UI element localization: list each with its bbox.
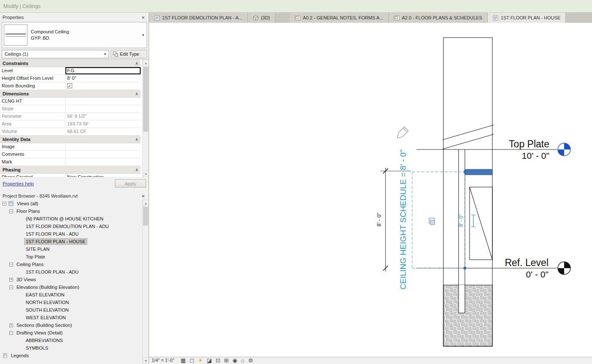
mark-field[interactable] (65, 158, 141, 166)
detail-level-icon[interactable]: ▦ (181, 358, 186, 364)
wall-section[interactable] (443, 38, 494, 346)
tree-item-elevations[interactable]: −Elevations (Building Elevation) (0, 283, 141, 291)
scroll-down-icon[interactable]: ▼ (143, 357, 149, 364)
ceiling-element[interactable] (465, 169, 492, 175)
collapse-box-icon[interactable]: − (9, 209, 13, 213)
reveal-hidden-icon[interactable]: ⌂ (241, 358, 244, 364)
temporary-hide-icon[interactable]: ◉ (233, 358, 237, 364)
tree-item-view[interactable]: 1ST FLOOR PLAN - ADU (0, 268, 141, 276)
show-crop-region-icon[interactable]: ⊞ (224, 358, 229, 364)
room-bounding-checkbox[interactable]: ✓ (67, 83, 72, 88)
witness-line-grip[interactable] (471, 215, 475, 227)
properties-scrollbar[interactable]: ▲ ▼ (142, 60, 149, 177)
floor-plan-icon (154, 15, 160, 21)
close-icon[interactable]: × (140, 14, 146, 21)
group-identity-data[interactable]: Identity Data∧ (0, 136, 141, 143)
tree-item-view[interactable]: SYMBOLS (0, 344, 141, 352)
group-phasing[interactable]: Phasing∧ (0, 166, 141, 174)
scroll-up-icon[interactable]: ▲ (143, 60, 149, 66)
image-field[interactable] (65, 143, 141, 150)
view-tab-active[interactable]: 1ST FLOOR PLAN - HOUSE (488, 13, 566, 23)
chevron-down-icon[interactable]: ▼ (141, 33, 145, 37)
element-filter-dropdown[interactable]: Ceilings (1) ▼ (2, 50, 109, 58)
tree-item-3d-views[interactable]: +3D Views (0, 276, 141, 283)
expand-box-icon[interactable]: + (9, 323, 13, 327)
view-tab[interactable]: A0.2 - GENERAL NOTES, FORMS A... (290, 13, 388, 23)
property-row: Perimeter56' 9 1/2" (0, 113, 141, 120)
tree-item-legends[interactable]: Legends (0, 352, 141, 359)
scroll-thumb[interactable] (143, 207, 148, 225)
tree-item-view[interactable]: SITE PLAN (0, 245, 141, 253)
sun-path-icon[interactable]: ☀ (198, 358, 203, 364)
group-constraints[interactable]: Constraints∧ (0, 60, 141, 67)
tree-item-ceiling-plans[interactable]: −Ceiling Plans (0, 261, 141, 268)
tree-item-drafting-views[interactable]: −Drafting Views (Detail) (0, 329, 141, 337)
property-row: LevelF.G. (0, 67, 141, 75)
scroll-down-icon[interactable]: ▼ (143, 171, 149, 177)
properties-help-link[interactable]: Properties help (3, 181, 34, 186)
tree-item-views[interactable]: −Views (all) (0, 200, 141, 207)
drag-dot-icon[interactable] (464, 171, 467, 174)
browser-scrollbar[interactable]: ▲ ▼ (142, 200, 149, 364)
tree-item-view[interactable]: EAST ELEVATION (0, 291, 141, 299)
view-tab[interactable]: {3D} (248, 13, 275, 23)
drawing-canvas[interactable]: Top Plate 10' - 0" Ref. Level 0' - 0" (149, 23, 592, 357)
tree-item-view[interactable]: (N) PARTITION @ HOUSE KITCHEN (0, 215, 141, 223)
tree-item-view[interactable]: WEST ELEVATION (0, 314, 141, 321)
edit-type-icon (113, 52, 118, 57)
drag-dot-icon[interactable] (464, 267, 467, 270)
temp-dimension-text[interactable]: 8' - 0" (458, 214, 464, 227)
selected-ceiling[interactable] (412, 169, 492, 269)
tree-item-view[interactable]: NORTH ELEVATION (0, 299, 141, 306)
view-control-bar: 1/4" = 1'-0" ▦ ◻ ☀ ◪ ⊡ ⊞ ◉ ⌂ ⚙ (149, 357, 592, 364)
scale-label[interactable]: 1/4" = 1'-0" (152, 358, 174, 363)
ceiling-schedule-note[interactable]: CEILING HEIGHT SCHEDULE = 8' - 0" (399, 149, 407, 290)
expand-box-icon[interactable]: + (9, 278, 13, 282)
collapse-box-icon[interactable]: − (9, 285, 13, 289)
edit-type-button[interactable]: Edit Type (111, 50, 147, 58)
scroll-thumb[interactable] (143, 67, 148, 132)
visual-style-icon[interactable]: ◻ (190, 358, 194, 364)
group-dimensions[interactable]: Dimensions∧ (0, 90, 141, 98)
dimension-text[interactable]: 8' - 0" (376, 212, 382, 226)
sheet-icon (394, 15, 399, 21)
property-row: Comments (0, 151, 141, 158)
level-elevation: 0' - 0" (526, 269, 549, 279)
room-bounding-field[interactable]: ✓ (65, 82, 141, 90)
collapse-box-icon[interactable]: − (9, 331, 13, 335)
close-icon[interactable]: × (140, 193, 146, 199)
tree-item-view[interactable]: 1ST FLOOR PLAN - ADU (0, 230, 141, 238)
apply-button[interactable]: Apply (115, 179, 146, 187)
tree-item-view-selected[interactable]: 1ST FLOOR PLAN - HOUSE (0, 238, 141, 245)
phase-created-field[interactable]: New Construction (65, 174, 141, 177)
area-field: 193.73 SF (65, 120, 141, 128)
level-top-plate[interactable]: Top Plate 10' - 0" (416, 139, 570, 160)
view-tab[interactable]: A2.0 - FLOOR PLANS & SCHEDULES (389, 13, 488, 23)
type-name: Compound Ceiling GYP. BD. (31, 29, 69, 41)
volume-field: 68.61 CF (65, 128, 141, 135)
crop-view-icon[interactable]: ⊡ (216, 358, 220, 364)
tree-item-view[interactable]: 1ST FLOOR DEMOLITION PLAN - ADU (0, 223, 141, 230)
height-offset-field[interactable]: 8' 0" (65, 75, 141, 82)
view-tab[interactable]: 1ST FLOOR DEMOLITION PLAN - A... (149, 13, 248, 23)
properties-title: Properties (3, 15, 24, 20)
type-selector[interactable]: Compound Ceiling GYP. BD. ▼ (2, 22, 147, 48)
element-control-icon[interactable] (429, 218, 434, 225)
tree-item-view[interactable]: Top Plate (0, 253, 141, 261)
tree-item-view[interactable]: ABBREVIATIONS (0, 337, 141, 344)
collapse-box-icon[interactable]: − (9, 263, 13, 266)
level-ref[interactable]: Ref. Level 0' - 0" (416, 257, 570, 279)
collapse-icon: ∧ (135, 92, 138, 96)
tree-item-sections[interactable]: +Sections (Building Section) (0, 321, 141, 329)
property-row: Area193.73 SF (0, 120, 141, 128)
level-value-field[interactable]: F.G. (65, 67, 141, 74)
collapse-box-icon[interactable]: − (3, 202, 6, 206)
view-properties-icon[interactable]: ⚙ (248, 358, 253, 364)
tree-item-floor-plans[interactable]: −Floor Plans (0, 207, 141, 215)
clng-ht-field[interactable] (65, 98, 141, 105)
scroll-up-icon[interactable]: ▲ (143, 200, 149, 206)
comments-field[interactable] (65, 151, 141, 158)
shadows-icon[interactable]: ◪ (206, 358, 212, 364)
tree-item-view[interactable]: SOUTH ELEVATION (0, 306, 141, 314)
temp-dimension[interactable]: 8' - 0" (458, 214, 475, 227)
